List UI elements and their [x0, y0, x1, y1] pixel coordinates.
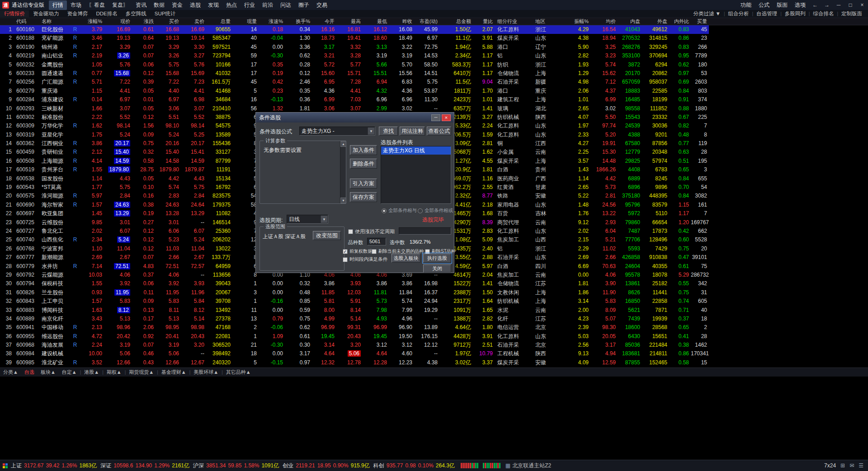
- header-cell-现量[interactable]: 现量: [232, 18, 259, 25]
- category-tab-美股环球[interactable]: 美股环球▲: [190, 369, 222, 376]
- stock-row-600955[interactable]: 36600955维远股份R4.7220.420.9220.4120.432208…: [0, 332, 709, 341]
- header-cell-名称[interactable]: 名称: [39, 18, 71, 25]
- stock-row-600233[interactable]: 6600233圆通速递R0.7715.680.1215.6815.6941032…: [0, 69, 709, 78]
- header-cell-均价[interactable]: 均价: [590, 18, 618, 25]
- view-formula-button[interactable]: 查看公式: [427, 127, 451, 136]
- header-cell-blank[interactable]: [71, 18, 79, 25]
- category-tab-期权[interactable]: 期权▲: [104, 369, 125, 376]
- maximize-button[interactable]: □: [844, 2, 856, 8]
- stock-row-600941[interactable]: 35600941中国移动R2.1398.962.0698.9598.984716…: [0, 323, 709, 332]
- menu-item-发现[interactable]: 发现: [204, 0, 222, 10]
- header-cell-昨收[interactable]: 昨收: [389, 18, 414, 25]
- header-cell-振幅%[interactable]: 振幅%: [558, 18, 590, 25]
- toolbar-tab-行情报价[interactable]: 行情报价: [0, 10, 29, 17]
- message-icon[interactable]: ✉: [849, 462, 854, 469]
- params-scrollbar[interactable]: ▲ ▼: [340, 141, 346, 203]
- stock-row-600232[interactable]: 5600232金鹰股份1.055.760.065.755.7610166170.…: [0, 61, 709, 69]
- title-menu-功能[interactable]: 功能: [737, 0, 755, 10]
- menu-item-市场[interactable]: 市场: [67, 0, 85, 10]
- usage-note-button[interactable]: 用法注释: [400, 127, 425, 136]
- select-to-block-button[interactable]: 选股入板块: [392, 254, 420, 263]
- toolbar-tab-资金博弈[interactable]: 资金博弈: [63, 10, 92, 17]
- header-cell-涨跌[interactable]: 涨跌: [132, 18, 156, 25]
- scroll-down-icon[interactable]: ▼: [340, 198, 346, 203]
- header-cell-blank[interactable]: [0, 18, 14, 25]
- header-cell-买价[interactable]: 买价: [156, 18, 181, 25]
- menu-list-icon[interactable]: ☰: [859, 462, 863, 469]
- forward-adjusted-checkbox[interactable]: ✓ 前复权数据: [343, 248, 372, 254]
- stock-row-600293[interactable]: 10600293三峡新材1.663.070.053.063.0721041056…: [0, 104, 709, 113]
- toolbar-tab-资金驱动力[interactable]: 资金驱动力: [29, 10, 63, 17]
- stock-row-600984[interactable]: 38600984建设机械10.005.060.465.06--398492180…: [0, 349, 709, 358]
- title-menu-版面[interactable]: 版面: [773, 0, 791, 10]
- category-tab-自选[interactable]: 自选: [21, 369, 38, 376]
- save-scheme-button[interactable]: 保存方案: [350, 192, 377, 202]
- title-menu-公式[interactable]: 公式: [755, 0, 773, 10]
- import-scheme-button[interactable]: 引入方案: [350, 179, 377, 188]
- menu-item-圈子[interactable]: 圈子: [295, 0, 313, 10]
- menu-item-问达[interactable]: 问达: [277, 0, 295, 10]
- execute-select-button[interactable]: 执行选股: [423, 254, 451, 263]
- server-status[interactable]: ▦ 北京联通主站Z2: [505, 462, 551, 470]
- category-tab-其它品种[interactable]: 其它品种▲: [223, 369, 254, 376]
- close-button[interactable]: ×: [856, 2, 868, 8]
- header-cell-内外比[interactable]: 内外比: [669, 18, 691, 25]
- toolbar-action-综合排名[interactable]: 综合排名: [810, 10, 837, 17]
- index-quote-深证[interactable]: 深证10598.6134.901.29%2161亿: [100, 462, 189, 470]
- header-cell-总金额[interactable]: 总金额: [439, 18, 473, 25]
- stock-row-600889[interactable]: 34600889南京化纤3.435.130.175.135.1427378130…: [0, 315, 709, 323]
- dialog-minimize-button[interactable]: ─: [431, 114, 440, 121]
- menu-item-交易[interactable]: 交易: [313, 0, 331, 10]
- header-cell-涨速%[interactable]: 涨速%: [259, 18, 285, 25]
- toolbar-action-分类过滤[interactable]: 分类过滤 ▼: [690, 10, 724, 17]
- category-tab-期货现货[interactable]: 期货现货▲: [126, 369, 157, 376]
- cycle-checkbox[interactable]: 使用涨跌不定周期: [348, 228, 395, 235]
- category-tab-港股[interactable]: 港股▲: [81, 369, 102, 376]
- stock-row-600843[interactable]: 32600843上工申贝1.575.830.095.835.84397081-0…: [0, 297, 709, 306]
- menu-item-行业[interactable]: 行业: [241, 0, 259, 10]
- toolbar-tab-SUP统计[interactable]: SUP统计: [151, 10, 180, 17]
- toolbar-action-定制版面[interactable]: 定制版面: [838, 10, 865, 17]
- header-cell-量比[interactable]: 量比: [473, 18, 495, 25]
- forward-arrow-icon[interactable]: →: [821, 2, 833, 8]
- formula-combobox[interactable]: 走势主力XG - ▼: [299, 127, 375, 136]
- menu-item-数据[interactable]: 数据: [150, 0, 168, 10]
- header-cell-最低[interactable]: 最低: [363, 18, 389, 25]
- close-dialog-button[interactable]: 关闭: [423, 264, 451, 273]
- stock-row-600284[interactable]: 9600284浦东建设R0.146.970.016.976.983468416-…: [0, 95, 709, 104]
- menu-item-资金[interactable]: 资金: [168, 0, 186, 10]
- header-cell-地区[interactable]: 地区: [533, 18, 558, 25]
- chevron-down-icon[interactable]: ▼: [368, 127, 374, 135]
- stock-row-600794[interactable]: 30600794保税科技1.553.920.063.923.933904310.…: [0, 279, 709, 288]
- minimize-button[interactable]: ─: [833, 2, 844, 8]
- category-tab-自定[interactable]: 自定▲: [59, 369, 80, 376]
- toolbar-action-自选管理[interactable]: 自选管理: [753, 10, 780, 17]
- stock-row-600188[interactable]: 2600188兖矿能源R3.4619.130.6419.1319.1458534…: [0, 34, 709, 42]
- toolbar-tab-DDE排名[interactable]: DDE排名: [92, 10, 122, 17]
- menu-item-热点[interactable]: 热点: [222, 0, 241, 10]
- scroll-up-icon[interactable]: ▲: [340, 141, 346, 147]
- dialog-close-icon[interactable]: ×: [442, 114, 451, 121]
- header-cell-最高[interactable]: 最高: [336, 18, 363, 25]
- index-quote-沪深[interactable]: 沪深3851.3459.851.58%1091亿: [193, 462, 279, 470]
- header-cell-细分行业[interactable]: 细分行业: [495, 18, 533, 25]
- header-cell-涨幅%[interactable]: 涨幅%: [79, 18, 104, 25]
- header-cell-买量[interactable]: 买量: [691, 18, 709, 25]
- menu-item-复盘〗[interactable]: 复盘〗: [108, 0, 132, 10]
- toolbar-tab-多空阵线[interactable]: 多空阵线: [122, 10, 151, 17]
- category-tab-板块[interactable]: 板块▲: [38, 369, 59, 376]
- stock-row-600160[interactable]: 1600160巨化股份R3.7916.690.6116.6816.6990655…: [0, 25, 709, 34]
- stock-row-600985[interactable]: 39600985淮北矿业R3.5212.660.4312.6612.672403…: [0, 358, 709, 367]
- toolbar-action-组合分析[interactable]: 组合分析: [725, 10, 752, 17]
- menu-item-选股[interactable]: 选股: [186, 0, 204, 10]
- index-quote-创业[interactable]: 创业2119.2118.950.90%915.9亿: [283, 462, 370, 470]
- header-cell-代码[interactable]: 代码: [14, 18, 39, 25]
- stock-row-600883[interactable]: 33600883博闻科技1.638.120.138.118.1213492110…: [0, 306, 709, 315]
- add-condition-button[interactable]: 加入条件: [350, 145, 377, 155]
- stock-row-600279[interactable]: 8600279重庆港1.154.410.054.404.414146850.23…: [0, 87, 709, 95]
- header-cell-总量[interactable]: 总量: [206, 18, 232, 25]
- back-arrow-icon[interactable]: ←: [809, 2, 821, 8]
- title-menu-选项[interactable]: 选项: [791, 0, 809, 10]
- period-combobox[interactable]: 日线 ▼: [287, 215, 328, 224]
- index-quote-上证[interactable]: 上证3172.6739.421.26%1863亿: [11, 462, 97, 470]
